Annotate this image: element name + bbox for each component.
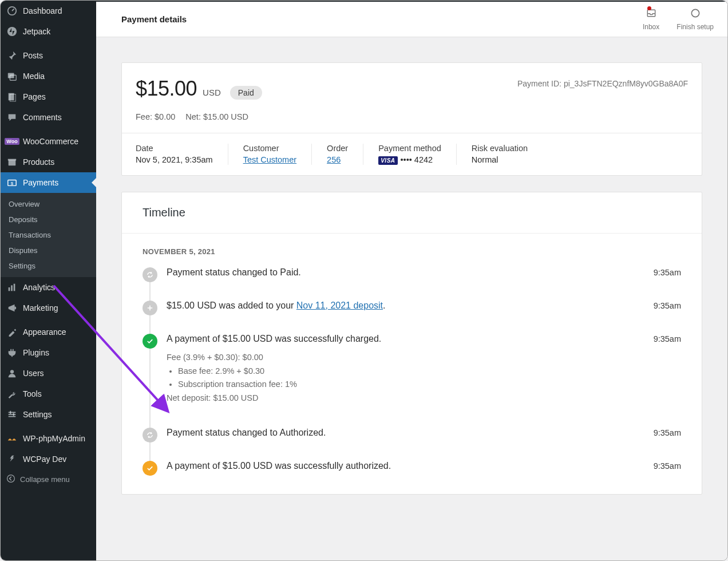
- tools-icon: [6, 388, 18, 400]
- timeline-card: Timeline NOVEMBER 5, 2021 Payment status…: [121, 192, 702, 495]
- finish-setup-label: Finish setup: [676, 23, 714, 31]
- main-area: Payment details Inbox Finish setup $15.0: [96, 1, 727, 560]
- collapse-menu-button[interactable]: Collapse menu: [1, 469, 96, 489]
- finish-setup-button[interactable]: Finish setup: [676, 7, 714, 31]
- meta-payment-method: Payment method VISA•••• 4242: [363, 144, 456, 165]
- status-badge: Paid: [230, 86, 262, 100]
- pages-icon: [6, 91, 18, 102]
- svg-rect-15: [9, 414, 16, 415]
- users-icon: [6, 368, 18, 379]
- sync-icon: [143, 267, 157, 282]
- submenu-overview[interactable]: Overview: [1, 196, 96, 212]
- sidebar-item-woocommerce[interactable]: Woo WooCommerce: [1, 131, 96, 152]
- timeline-text: $15.00 USD was added to your Nov 11, 202…: [167, 301, 385, 311]
- sync-icon: [143, 428, 157, 443]
- timeline-item: A payment of $15.00 USD was successfully…: [143, 334, 681, 428]
- sidebar-item-plugins[interactable]: Plugins: [1, 342, 96, 363]
- svg-point-21: [691, 9, 699, 17]
- sidebar-label: Posts: [23, 51, 43, 60]
- timeline-time: 9:35am: [654, 268, 681, 277]
- svg-rect-11: [11, 285, 13, 291]
- svg-rect-12: [14, 284, 15, 291]
- sidebar-label: Media: [23, 72, 45, 81]
- settings-icon: [6, 409, 18, 420]
- submenu-disputes[interactable]: Disputes: [1, 243, 96, 258]
- timeline-list: Payment status changed to Paid. 9:35am $…: [143, 267, 681, 471]
- visa-chip-icon: VISA: [378, 156, 397, 165]
- sidebar-item-analytics[interactable]: Analytics: [1, 277, 96, 298]
- collapse-icon: [6, 474, 15, 485]
- net-value: Net: $15.00 USD: [185, 112, 248, 121]
- timeline-sub-details: Fee (3.9% + $0.30): $0.00 Base fee: 2.9%…: [167, 351, 681, 405]
- deposit-link[interactable]: Nov 11, 2021 deposit: [296, 301, 383, 310]
- svg-rect-6: [9, 160, 16, 165]
- sidebar-label: Settings: [23, 410, 52, 419]
- payments-icon: $: [6, 177, 18, 188]
- plugins-icon: [6, 347, 18, 358]
- meta-customer: Customer Test Customer: [228, 144, 311, 165]
- svg-rect-10: [9, 287, 10, 291]
- timeline-item: Payment status changed to Paid. 9:35am: [143, 267, 681, 301]
- sidebar-item-media[interactable]: Media: [1, 66, 96, 86]
- topbar: Payment details Inbox Finish setup: [96, 2, 727, 37]
- sidebar-item-marketing[interactable]: Marketing: [1, 298, 96, 318]
- sidebar-label: WP-phpMyAdmin: [23, 434, 85, 443]
- sidebar-item-products[interactable]: Products: [1, 152, 96, 172]
- sidebar-label: Products: [23, 157, 54, 167]
- sidebar-item-tools[interactable]: Tools: [1, 384, 96, 404]
- sidebar-item-wcpaydev[interactable]: WCPay Dev: [1, 449, 96, 469]
- check-icon: [143, 461, 157, 476]
- order-link[interactable]: 256: [327, 155, 341, 164]
- sidebar-item-comments[interactable]: Comments: [1, 107, 96, 128]
- timeline-text: Payment status changed to Authorized.: [167, 428, 326, 438]
- svg-rect-2: [8, 73, 14, 78]
- pin-icon: [6, 50, 18, 61]
- sidebar-item-appearance[interactable]: Appearance: [1, 322, 96, 342]
- meta-date: Date Nov 5, 2021, 9:35am: [136, 144, 228, 165]
- submenu-transactions[interactable]: Transactions: [1, 227, 96, 243]
- sidebar-item-users[interactable]: Users: [1, 363, 96, 384]
- collapse-label: Collapse menu: [20, 475, 70, 484]
- page-title: Payment details: [121, 14, 187, 24]
- sidebar-item-payments[interactable]: $ Payments: [1, 172, 96, 193]
- notification-dot-icon: [647, 6, 651, 10]
- payment-meta-row: Date Nov 5, 2021, 9:35am Customer Test C…: [122, 133, 702, 175]
- timeline-item: $15.00 USD was added to your Nov 11, 202…: [143, 301, 681, 334]
- sidebar-label: Dashboard: [23, 6, 62, 15]
- sidebar-label: Marketing: [23, 303, 58, 313]
- content: $15.00 USD Paid Payment ID: pi_3JsFTN2EQ…: [96, 37, 727, 536]
- timeline-item: A payment of $15.00 USD was successfully…: [143, 461, 681, 471]
- card-last4: •••• 4242: [401, 155, 433, 164]
- analytics-icon: [6, 282, 18, 293]
- sidebar-item-settings[interactable]: Settings: [1, 404, 96, 425]
- sidebar-label: Analytics: [23, 283, 55, 292]
- svg-point-13: [10, 370, 14, 373]
- svg-rect-17: [10, 411, 11, 414]
- timeline-time: 9:35am: [654, 461, 681, 471]
- svg-rect-20: [647, 10, 655, 17]
- sidebar-label: Appearance: [23, 327, 66, 337]
- timeline-time: 9:35am: [654, 301, 681, 310]
- timeline-time: 9:35am: [654, 428, 681, 437]
- inbox-button[interactable]: Inbox: [643, 7, 659, 31]
- customer-link[interactable]: Test Customer: [243, 155, 296, 164]
- sidebar-item-posts[interactable]: Posts: [1, 45, 96, 66]
- sidebar-item-jetpack[interactable]: Jetpack: [1, 21, 96, 42]
- jetpack-icon: [6, 26, 18, 37]
- svg-point-1: [7, 27, 17, 36]
- submenu-deposits[interactable]: Deposits: [1, 212, 96, 227]
- phpmyadmin-icon: [6, 433, 18, 444]
- sidebar-label: Payments: [23, 178, 58, 187]
- svg-rect-7: [8, 159, 16, 161]
- payment-currency: USD: [203, 88, 221, 97]
- payment-summary-card: $15.00 USD Paid Payment ID: pi_3JsFTN2EQ…: [121, 62, 702, 176]
- submenu-settings[interactable]: Settings: [1, 258, 96, 274]
- comments-icon: [6, 112, 18, 123]
- wcpay-icon: [6, 453, 18, 465]
- svg-rect-18: [13, 413, 14, 416]
- sidebar-item-phpmyadmin[interactable]: WP-phpMyAdmin: [1, 428, 96, 449]
- meta-risk: Risk evaluation Normal: [456, 144, 543, 165]
- inbox-icon: [646, 7, 657, 21]
- sidebar-item-dashboard[interactable]: Dashboard: [1, 1, 96, 21]
- sidebar-item-pages[interactable]: Pages: [1, 86, 96, 107]
